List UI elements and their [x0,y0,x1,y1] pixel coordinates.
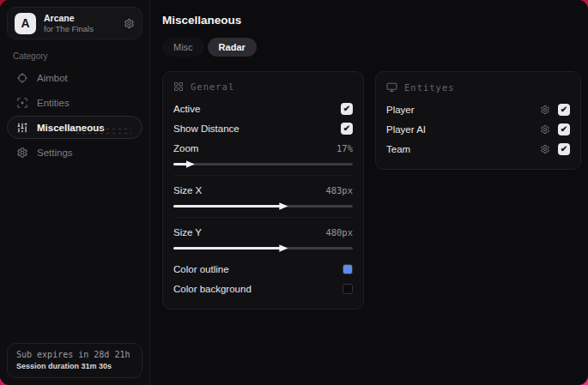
sliders-icon [16,122,28,134]
session-duration-text: Session duration 31m 30s [16,362,133,370]
zoom-slider[interactable] [173,159,353,169]
general-panel-title: General [191,81,234,92]
size-x-slider-thumb[interactable] [279,202,288,211]
zoom-slider-track [173,163,353,165]
size-x-slider[interactable] [173,201,353,211]
color-outline-swatch[interactable] [342,264,353,274]
entities-panel: Entityes Player ✔ Player AI [375,71,581,170]
entity-row-team: Team ✔ [386,139,570,159]
entity-checkbox[interactable]: ✔ [558,143,570,155]
show-distance-checkbox[interactable]: ✔ [341,123,353,135]
app-subtitle: for The Finals [44,24,94,34]
category-label: Category [13,51,142,61]
entity-label: Player AI [386,124,426,135]
entity-checkbox[interactable]: ✔ [558,123,570,135]
sub-expires-text: Sub expires in 28d 21h [16,350,133,359]
active-row: Active ✔ [173,99,353,118]
color-outline-row: Color outline [173,259,353,279]
entity-row-player-ai: Player AI ✔ [386,119,570,139]
app-title-block: Arcane for The Finals [44,13,94,34]
size-y-slider[interactable] [173,243,353,253]
show-distance-label: Show Distance [173,123,239,134]
entities-panel-header: Entityes [386,81,570,93]
tab-misc[interactable]: Misc [162,38,204,57]
size-x-label: Size X [173,185,202,196]
entity-gear-icon[interactable] [540,124,550,135]
size-y-slider-thumb[interactable] [279,244,288,253]
color-background-row: Color background [173,279,353,298]
app-logo: A [15,13,36,34]
sidebar-item-label: Miscellaneous [37,123,105,133]
size-x-row: Size X 483px [173,180,353,200]
zoom-slider-thumb[interactable] [186,159,195,169]
general-panel: General Active ✔ Show Distance ✔ Zoom 17… [162,71,364,310]
tab-radar[interactable]: Radar [208,38,257,57]
grid-sliders-icon [173,81,184,92]
crosshair-icon [16,72,28,84]
sidebar: A Arcane for The Finals Category Aimbot … [0,0,150,385]
sidebar-item-entities[interactable]: Entities [7,91,142,114]
size-y-label: Size Y [173,227,202,238]
zoom-row: Zoom 17% [173,138,353,158]
page-title: Miscellaneous [162,14,581,27]
sidebar-item-miscellaneous[interactable]: Miscellaneous [7,116,142,139]
entity-checkbox[interactable]: ✔ [558,104,570,116]
active-checkbox[interactable]: ✔ [341,103,353,115]
tab-bar: Misc Radar [162,38,581,57]
size-y-row: Size Y 480px [173,222,353,242]
app-name: Arcane [44,13,94,24]
monitor-icon [386,81,397,93]
zoom-slider-fill [173,163,188,165]
size-y-slider-fill [173,247,281,250]
divider [173,217,353,218]
settings-gear-icon[interactable] [124,18,135,29]
entities-panel-title: Entityes [404,82,455,93]
size-y-value: 480px [325,227,353,238]
active-label: Active [173,104,200,114]
scan-target-icon [16,97,28,109]
size-x-slider-fill [173,205,281,208]
zoom-value: 17% [336,143,353,153]
entity-label: Team [386,144,410,154]
size-x-value: 483px [325,185,353,196]
sidebar-item-label: Settings [37,147,73,158]
entity-label: Player [386,105,415,115]
app-window: A Arcane for The Finals Category Aimbot … [0,0,588,385]
divider [173,175,353,176]
color-background-label: Color background [173,284,252,294]
color-background-swatch[interactable] [342,284,353,294]
general-panel-header: General [173,81,353,92]
entity-gear-icon[interactable] [540,144,550,154]
color-outline-label: Color outline [173,264,229,274]
sidebar-item-label: Entities [37,98,70,108]
sidebar-item-settings[interactable]: Settings [7,141,142,164]
entity-gear-icon[interactable] [540,105,550,115]
show-distance-row: Show Distance ✔ [173,118,353,138]
subscription-card: Sub expires in 28d 21h Session duration … [7,343,142,378]
zoom-label: Zoom [173,143,198,153]
gear-icon [16,147,28,159]
sidebar-item-label: Aimbot [37,73,68,83]
main-content: Miscellaneous Misc Radar General Active … [150,0,588,385]
sidebar-header-card: A Arcane for The Finals [7,7,142,39]
entity-row-player: Player ✔ [386,99,570,119]
sidebar-item-aimbot[interactable]: Aimbot [7,66,142,89]
